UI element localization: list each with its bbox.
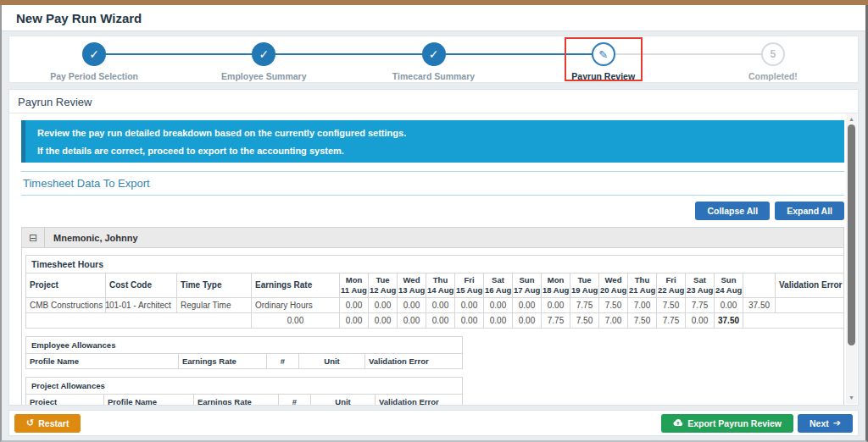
- day-col-header: Sun24 Aug: [715, 273, 743, 298]
- step-label: Completed!: [748, 71, 798, 81]
- titlebar: New Pay Run Wizard: [2, 5, 865, 31]
- panel-heading: Payrun Review: [9, 90, 858, 113]
- cell-grand-total: 37.50: [715, 312, 743, 328]
- scrollbar-thumb[interactable]: [848, 124, 855, 345]
- cell-day-total: 0.00: [340, 312, 369, 328]
- step-timecard-summary[interactable]: ✓ Timecard Summary: [348, 42, 518, 81]
- step-label: Timecard Summary: [392, 71, 475, 81]
- cell-day-value: 0.00: [542, 297, 570, 312]
- app-window: New Pay Run Wizard ✓ Pay Period Selectio…: [0, 0, 868, 442]
- header-row: Project Cost Code Time Type Earnings Rat…: [26, 273, 844, 298]
- col-header: Time Type: [177, 273, 252, 298]
- page-title: New Pay Run Wizard: [16, 11, 142, 25]
- expand-all-button[interactable]: Expand All: [775, 202, 844, 220]
- cell-day-value: 7.50: [657, 297, 686, 312]
- employee-allowances-table: Employee Allowances Profile Name Earning…: [25, 336, 463, 369]
- col-header: Validation Error: [376, 394, 463, 405]
- panel-body: Review the pay run detailed breakdown ba…: [9, 113, 846, 405]
- day-col-header: Tue19 Aug: [570, 273, 599, 298]
- col-header: Profile Name: [104, 394, 194, 405]
- header-row: Project Profile Name Earnings Rate # Uni…: [26, 394, 463, 405]
- info-banner: Review the pay run detailed breakdown ba…: [21, 120, 844, 163]
- cell-day-total: 0.00: [398, 312, 426, 328]
- step-completed[interactable]: 5 Completed!: [688, 42, 858, 81]
- day-col-header: Sat23 Aug: [686, 273, 715, 298]
- collapse-all-button[interactable]: Collapse All: [695, 202, 770, 220]
- cell-day-value: 7.75: [570, 297, 599, 312]
- payrun-review-panel: Payrun Review Review the pay run detaile…: [8, 89, 859, 406]
- cell-day-total: 0.00: [455, 312, 484, 328]
- col-header: Validation Error: [365, 353, 463, 368]
- banner-line-1: Review the pay run detailed breakdown ba…: [37, 128, 832, 138]
- vertical-scrollbar[interactable]: ▲ ▼: [846, 113, 857, 404]
- total-col-header: [743, 273, 776, 298]
- cell-time-type: Regular Time: [177, 297, 252, 312]
- table-caption: Employee Allowances: [26, 336, 463, 353]
- restart-button[interactable]: ↺ Restart: [14, 414, 81, 433]
- cell-day-value: 0.00: [455, 297, 484, 312]
- day-col-header: Fri22 Aug: [657, 273, 686, 298]
- day-col-header: Thu21 Aug: [628, 273, 657, 298]
- cell-day-value: 0.00: [426, 297, 455, 312]
- timesheet-hours-table: Timesheet Hours Project Cost Code Time T…: [25, 255, 844, 329]
- day-col-header: Fri15 Aug: [455, 273, 484, 298]
- next-button[interactable]: Next ➔: [798, 414, 853, 433]
- cell-day-value: 7.75: [686, 297, 715, 312]
- scroll-down-icon[interactable]: ▼: [849, 392, 854, 402]
- cell-day-value: 7.50: [599, 297, 628, 312]
- day-col-header: Tue12 Aug: [369, 273, 398, 298]
- cell-day-total: 7.00: [599, 312, 628, 328]
- cell-day-total: 0.00: [369, 312, 398, 328]
- day-col-header: Mon18 Aug: [542, 273, 570, 298]
- step-pay-period-selection[interactable]: ✓ Pay Period Selection: [9, 42, 179, 81]
- employee-name: Mnemonic, Johnny: [45, 233, 138, 243]
- header-row: Profile Name Earnings Rate # Unit Valida…: [26, 353, 463, 368]
- check-icon: ✓: [82, 42, 106, 66]
- totals-row: 0.00 0.00 0.00 0.00 0.00 0.00 0.00 0.00 …: [26, 312, 844, 328]
- scroll-up-icon[interactable]: ▲: [849, 113, 854, 124]
- timesheet-row: CMB Constructions 1 01-01 - Architect Re…: [26, 297, 844, 312]
- step-label: Employee Summary: [221, 71, 306, 81]
- day-col-header: Sat16 Aug: [484, 273, 513, 298]
- cell-blank: [743, 312, 844, 328]
- table-caption: Timesheet Hours: [26, 256, 844, 273]
- cell-day-total: 0.00: [686, 312, 715, 328]
- restart-icon: ↺: [26, 418, 34, 428]
- col-header: Project: [26, 394, 104, 405]
- wizard-stepper: ✓ Pay Period Selection ✓ Employee Summar…: [8, 36, 859, 83]
- day-col-header: Thu14 Aug: [426, 273, 455, 298]
- collapse-icon[interactable]: ⊟: [22, 228, 45, 247]
- col-header: Unit: [311, 394, 376, 405]
- cell-rate-total: 0.00: [252, 312, 340, 328]
- cell-day-total: 7.75: [657, 312, 686, 328]
- step-label: Pay Period Selection: [50, 71, 138, 81]
- restart-label: Restart: [38, 418, 69, 428]
- cell-day-total: 7.50: [628, 312, 657, 328]
- cell-day-total: 7.50: [570, 312, 599, 328]
- day-col-header: Mon11 Aug: [340, 273, 369, 298]
- step-payrun-review[interactable]: ✎ Payrun Review: [519, 42, 688, 81]
- actions-row: Collapse All Expand All: [21, 202, 844, 220]
- export-cloud-icon: [673, 418, 683, 428]
- day-col-header: Wed13 Aug: [398, 273, 426, 298]
- cell-earnings-rate: Ordinary Hours: [252, 297, 340, 312]
- day-col-header: Sun17 Aug: [513, 273, 542, 298]
- col-header: Earnings Rate: [194, 394, 279, 405]
- col-header: Project: [26, 273, 106, 298]
- accordion-header[interactable]: ⊟ Mnemonic, Johnny: [22, 228, 843, 248]
- step-employee-summary[interactable]: ✓ Employee Summary: [179, 42, 348, 81]
- validation-col-header: Validation Error: [776, 273, 844, 298]
- day-col-header: Wed20 Aug: [599, 273, 628, 298]
- cell-validation: [776, 297, 844, 312]
- check-icon: ✓: [252, 42, 275, 66]
- col-header: Profile Name: [26, 353, 179, 368]
- export-label: Export Payrun Review: [687, 418, 782, 428]
- col-header: #: [267, 353, 299, 368]
- cell-day-total: 0.00: [484, 312, 513, 328]
- step-label: Payrun Review: [571, 71, 635, 81]
- export-payrun-review-button[interactable]: Export Payrun Review: [661, 414, 793, 433]
- cell-day-value: 0.00: [513, 297, 542, 312]
- cell-row-total: 37.50: [743, 297, 776, 312]
- cell-day-value: 0.00: [340, 297, 369, 312]
- col-header: Earnings Rate: [179, 353, 267, 368]
